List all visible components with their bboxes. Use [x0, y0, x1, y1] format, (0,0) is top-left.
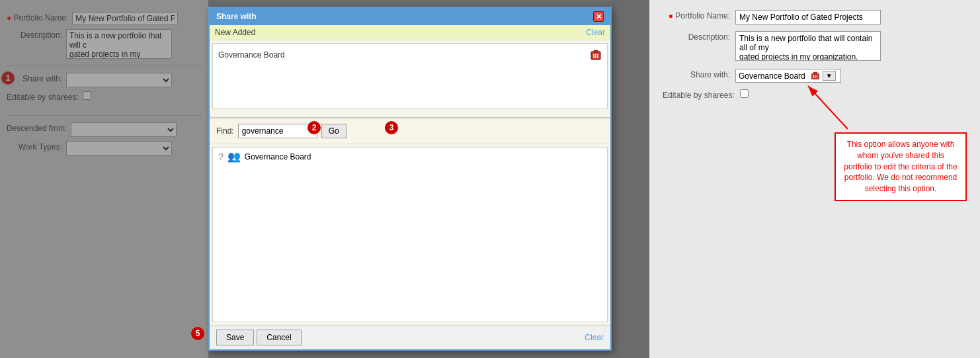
search-section: Find: Go 2 3 4 ? 👥: [210, 118, 610, 325]
annotation-arrow: [795, 79, 874, 132]
delete-item-icon[interactable]: [590, 49, 602, 61]
new-added-section: New Added Clear Governance Board: [210, 25, 610, 118]
step-badge-5: 5: [191, 327, 204, 340]
find-input[interactable]: [238, 124, 317, 138]
cancel-button[interactable]: Cancel: [257, 330, 301, 345]
result-item-name: Governance Board: [245, 152, 311, 161]
right-portfolio-name-label: ● Portfolio Name:: [663, 10, 735, 21]
right-portfolio-name-input[interactable]: [735, 10, 881, 24]
step-badge-2: 2: [307, 121, 321, 134]
right-share-with-label: Share with:: [663, 69, 735, 79]
step-badge-3: 3: [385, 121, 398, 134]
help-icon: ?: [218, 152, 224, 162]
right-editable-label: Editable by sharees:: [663, 89, 740, 100]
right-required-dot: ●: [669, 11, 673, 21]
right-portfolio-name-row: ● Portfolio Name:: [663, 10, 967, 24]
save-button[interactable]: Save: [216, 330, 254, 345]
modal-titlebar: Share with ✕: [210, 8, 610, 25]
right-panel: ● Portfolio Name: Description: This is a…: [649, 0, 980, 358]
result-item[interactable]: ? 👥 Governance Board: [213, 148, 607, 165]
footer-buttons: Save Cancel: [216, 330, 302, 345]
find-label: Find:: [216, 126, 234, 136]
new-added-title: New Added: [215, 28, 255, 37]
added-item-row: Governance Board: [218, 48, 602, 62]
share-with-modal: Share with ✕ New Added Clear Governance …: [208, 7, 612, 351]
footer-clear-link[interactable]: Clear: [585, 333, 604, 342]
right-description-label: Description:: [663, 31, 735, 42]
modal-footer: 5 Save Cancel Clear: [210, 325, 610, 349]
new-added-items-list: Governance Board: [212, 43, 608, 109]
modal-close-button[interactable]: ✕: [593, 11, 604, 22]
annotation-text: This option allows anyone with whom you'…: [835, 132, 967, 201]
svg-line-11: [808, 86, 848, 129]
search-results-area: 4 ? 👥 Governance Board: [212, 147, 608, 322]
added-item-text: Governance Board: [218, 50, 285, 60]
modal-body: New Added Clear Governance Board: [210, 25, 610, 325]
new-added-clear-link[interactable]: Clear: [586, 28, 605, 37]
go-button[interactable]: Go: [321, 124, 347, 138]
group-icon: 👥: [227, 150, 241, 163]
search-bar: Find: Go 2 3: [210, 118, 610, 144]
right-editable-checkbox[interactable]: [740, 89, 749, 98]
modal-title: Share with: [216, 12, 257, 21]
svg-rect-1: [594, 50, 598, 52]
new-added-header: New Added Clear: [210, 25, 610, 40]
right-description-textarea[interactable]: This is a new portfolio that will contai…: [735, 31, 881, 61]
right-description-row: Description: This is a new portfolio tha…: [663, 31, 967, 61]
svg-rect-6: [813, 72, 817, 74]
annotation-box: This option allows anyone with whom you'…: [835, 132, 967, 201]
